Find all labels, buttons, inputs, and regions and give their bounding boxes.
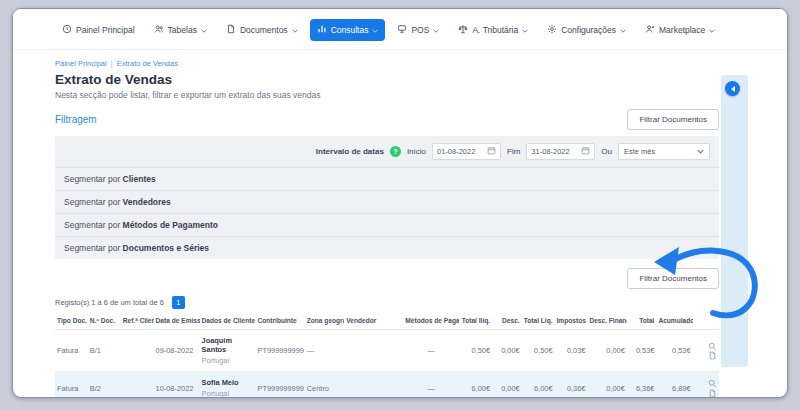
nav-item-pos[interactable]: POS (390, 19, 446, 41)
sales-table: Tipo Doc.N.º Doc.Ref.ª ClienteData de Em… (55, 312, 719, 398)
nav-label: Configurações (561, 25, 616, 35)
calendar-icon[interactable] (487, 146, 496, 157)
cell-desc: 0,00€ (492, 330, 522, 372)
nav-item-documentos[interactable]: Documentos (219, 19, 305, 41)
cell-metodos: — (403, 330, 459, 372)
column-header-total_iliq: Total Ilíq. (459, 312, 492, 330)
pagination-page-1[interactable]: 1 (172, 296, 185, 309)
cell-impostos: 0,03€ (555, 330, 588, 372)
segment-name: Vendedores (123, 197, 171, 207)
results-summary: Registo(s) 1 a 6 de um total de 6 (55, 298, 164, 307)
cell-metodos: — (403, 372, 459, 399)
column-header-acumulado: Acumulado (656, 312, 692, 330)
cell-desc: 0,00€ (492, 372, 522, 399)
segment-prefix: Segmentar por (64, 220, 120, 230)
nav-item-a-tributaria[interactable]: A. Tributária (451, 19, 535, 41)
cell-contribuinte: PT999999999 (255, 372, 304, 399)
nav-item-marketplace[interactable]: Marketplace (638, 19, 722, 41)
cell-actions (693, 372, 719, 399)
page-subtitle: Nesta secção pode listar, filtrar e expo… (55, 90, 719, 100)
end-date-label: Fim (507, 147, 520, 156)
nav-item-tabelas[interactable]: Tabelas (147, 19, 214, 41)
marketplace-icon (645, 24, 655, 36)
segment-name: Métodos de Pagamento (123, 220, 218, 230)
column-header-total_liq: Total Líq. (522, 312, 555, 330)
table-row: FaturaB/109-08-2022Joaquim SantosPortuga… (55, 330, 719, 372)
cell-total_iliq: 6,00€ (459, 372, 492, 399)
column-header-data[interactable]: Data de Emissão› (154, 312, 200, 330)
segment-prefix: Segmentar por (64, 197, 120, 207)
date-range-row: Intervalo de datas ? Início Fim Ou Este … (55, 136, 719, 167)
open-document-button[interactable] (708, 351, 717, 360)
cell-desc_financeiro: 0,00€ (587, 330, 626, 372)
cell-zona: — (305, 330, 344, 372)
pos-icon (397, 24, 407, 36)
nav-label: Tabelas (168, 25, 197, 35)
column-header-metodos: Métodos de Pagamento (403, 312, 459, 330)
side-panel-strip (721, 75, 748, 367)
cell-acumulado: 6,89€ (656, 372, 692, 399)
filter-documents-button-bottom[interactable]: Filtrar Documentos (627, 268, 719, 289)
start-date-label: Início (407, 147, 426, 156)
cell-num: B/1 (88, 330, 121, 372)
filter-documents-button-top[interactable]: Filtrar Documentos (627, 109, 719, 130)
start-date-input[interactable] (437, 147, 483, 156)
cell-total_liq: 0,50€ (522, 330, 555, 372)
column-header-vendedor: Vendedor (344, 312, 403, 330)
open-document-button[interactable] (708, 389, 717, 398)
breadcrumb-link-painel-principal[interactable]: Painel Principal (55, 59, 107, 68)
column-header-desc_financeiro: Desc. Financeiro (587, 312, 626, 330)
main-navbar: Painel Principal Tabelas Documentos Cons… (13, 9, 787, 50)
cell-tipo: Fatura (55, 330, 88, 372)
nav-item-configuracoes[interactable]: Configurações (540, 19, 633, 41)
date-range-label: Intervalo de datas (316, 147, 384, 156)
column-header-tipo: Tipo Doc. (55, 312, 88, 330)
chart-icon (317, 24, 327, 36)
page-title: Extrato de Vendas (55, 72, 719, 87)
chevron-down-icon (433, 25, 439, 35)
view-detail-button[interactable] (708, 342, 717, 351)
nav-label: Painel Principal (76, 25, 135, 35)
column-header-ref: Ref.ª Cliente (121, 312, 154, 330)
users-icon (154, 24, 164, 36)
end-date-input[interactable] (531, 147, 577, 156)
nav-item-consultas[interactable]: Consultas (310, 19, 386, 41)
cell-data: 10-08-2022 (154, 372, 200, 399)
cell-num: B/2 (88, 372, 121, 399)
cell-total: 6,36€ (627, 372, 657, 399)
cell-desc_financeiro: 0,00€ (587, 372, 626, 399)
chevron-down-icon (697, 147, 704, 156)
dashboard-icon (62, 24, 72, 36)
segment-row-vendedores[interactable]: Segmentar por Vendedores (55, 190, 719, 213)
table-header-row: Tipo Doc.N.º Doc.Ref.ª ClienteData de Em… (55, 312, 719, 330)
nav-item-painel-principal[interactable]: Painel Principal (55, 19, 142, 41)
collapse-panel-button[interactable] (725, 81, 740, 96)
segment-row-clientes[interactable]: Segmentar por Clientes (55, 167, 719, 190)
column-header-contribuinte: Contribuinte (255, 312, 304, 330)
segment-row-metodos-pagamento[interactable]: Segmentar por Métodos de Pagamento (55, 213, 719, 236)
segment-prefix: Segmentar por (64, 174, 120, 184)
view-detail-button[interactable] (708, 379, 717, 388)
date-preset-select[interactable]: Este mês (618, 143, 710, 160)
cell-impostos: 0,36€ (555, 372, 588, 399)
main-content: Painel Principal|Extrato de Vendas Extra… (13, 59, 787, 398)
client-name: Sofia Melo (202, 378, 254, 387)
cell-contribuinte: PT999999999 (255, 330, 304, 372)
column-header-cliente[interactable]: Dados de Cliente› (200, 312, 256, 330)
cell-ref (121, 330, 154, 372)
breadcrumb-current[interactable]: Extrato de Vendas (117, 59, 178, 68)
help-icon[interactable]: ? (390, 146, 401, 157)
column-header-desc: Desc. (492, 312, 522, 330)
cell-total: 0,53€ (627, 330, 657, 372)
table-body: FaturaB/109-08-2022Joaquim SantosPortuga… (55, 330, 719, 399)
app-window: Painel Principal Tabelas Documentos Cons… (12, 8, 788, 398)
gear-icon (547, 24, 557, 36)
cell-acumulado: 0,53€ (656, 330, 692, 372)
start-date-group (432, 143, 501, 160)
document-icon (226, 24, 236, 36)
cell-zona: Centro (305, 372, 344, 399)
segment-prefix: Segmentar por (64, 243, 120, 253)
segment-row-documentos-series[interactable]: Segmentar por Documentos e Séries (55, 236, 719, 259)
chevron-down-icon (292, 25, 298, 35)
calendar-icon[interactable] (581, 146, 590, 157)
